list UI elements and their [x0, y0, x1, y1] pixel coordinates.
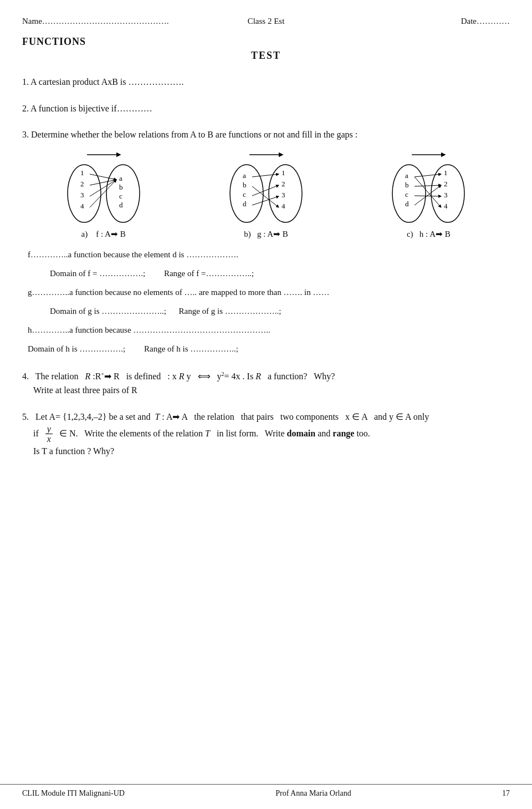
footer-center: Prof Anna Maria Orland: [275, 789, 351, 798]
svg-point-31: [392, 165, 426, 222]
q4-text: 4. The relation R :R+➡ R is defined : x …: [22, 369, 510, 384]
title-test: TEST: [22, 50, 510, 62]
g-answer: g…………..a function because no elements of…: [28, 284, 510, 301]
footer-right: 17: [502, 789, 510, 798]
svg-text:2: 2: [444, 180, 448, 188]
header: Name………………………………………. Class 2 Est Date…………: [22, 17, 510, 26]
svg-point-17: [269, 165, 302, 222]
question-4: 4. The relation R :R+➡ R is defined : x …: [22, 369, 510, 398]
svg-text:a: a: [119, 174, 122, 182]
svg-text:b: b: [405, 181, 409, 189]
svg-text:b: b: [119, 183, 123, 191]
svg-text:c: c: [119, 192, 122, 200]
question-2: 2. A function is bijective if…………: [22, 101, 510, 116]
svg-text:2: 2: [282, 180, 285, 188]
svg-line-45: [415, 185, 441, 205]
header-date: Date…………: [347, 17, 510, 26]
svg-text:3: 3: [80, 191, 84, 199]
svg-point-1: [68, 165, 101, 222]
q5-line1: 5. Let A= {1,2,3,4,–2} be a set and T : …: [22, 410, 510, 424]
svg-text:3: 3: [444, 191, 448, 199]
svg-point-32: [431, 165, 464, 222]
footer: CLIL Module ITI Malignani-UD Prof Anna M…: [0, 784, 532, 798]
svg-line-29: [252, 196, 279, 205]
q4-write: Write at least three pairs of R: [33, 383, 510, 398]
svg-text:d: d: [243, 200, 247, 208]
svg-text:4: 4: [80, 202, 84, 210]
svg-text:1: 1: [444, 169, 448, 177]
diagram-a: 1 2 3 4 a b c d a) f : A➡ B: [59, 152, 148, 241]
svg-line-44: [415, 196, 441, 196]
domain-h: Domain of h is …………….; Range of h is …………: [28, 340, 510, 357]
footer-left: CLIL Module ITI Malignani-UD: [22, 789, 125, 798]
diagram-c: a b c d 1 2 3 4 c) h : A➡ B: [384, 152, 473, 241]
svg-text:4: 4: [444, 202, 448, 210]
title-functions: FUNCTIONS: [22, 36, 510, 48]
diagram-b-svg: a b c d 1 2 3 4: [222, 152, 310, 224]
diagram-a-label: a) f : A➡ B: [81, 227, 126, 241]
svg-text:c: c: [405, 190, 408, 199]
domain-g: Domain of g is …………………..; Range of g is …: [50, 303, 510, 319]
svg-text:1: 1: [80, 169, 84, 177]
svg-text:2: 2: [80, 180, 84, 188]
question-3: 3. Determine whether the below relations…: [22, 128, 510, 357]
q5-line2: if y x ∈ N. Write the elements of the re…: [33, 424, 510, 444]
svg-text:d: d: [119, 201, 123, 209]
svg-line-43: [415, 185, 441, 186]
svg-text:a: a: [243, 171, 246, 180]
q5-isT: Is T a function ? Why?: [33, 444, 510, 459]
question-1: 1. A cartesian product AxB is ……………….: [22, 75, 510, 89]
svg-text:4: 4: [282, 202, 285, 210]
svg-line-11: [90, 174, 116, 180]
q1-text: 1. A cartesian product AxB is ……………….: [22, 77, 184, 87]
svg-text:c: c: [243, 190, 246, 199]
domain-f: Domain of f = …………….; Range of f =…………….…: [50, 265, 510, 282]
svg-point-2: [106, 165, 140, 222]
header-class: Class 2 Est: [185, 17, 347, 26]
f-answer: f…………..a function because the element d …: [28, 246, 510, 263]
svg-text:3: 3: [282, 191, 285, 199]
diagram-b: a b c d 1 2 3 4 b) g : A➡ B: [222, 152, 310, 241]
svg-line-27: [252, 186, 279, 207]
diagram-c-label: c) h : A➡ B: [407, 227, 451, 241]
svg-text:a: a: [405, 171, 408, 180]
svg-line-26: [252, 174, 279, 177]
diagram-a-svg: 1 2 3 4 a b c d: [59, 152, 148, 224]
answers-block: f…………..a function because the element d …: [28, 246, 510, 357]
svg-text:b: b: [243, 181, 247, 189]
svg-line-28: [252, 185, 279, 196]
svg-line-41: [415, 174, 441, 177]
header-name: Name……………………………………….: [22, 17, 185, 26]
q3-text: 3. Determine whether the below relations…: [22, 130, 357, 139]
q2-text: 2. A function is bijective if…………: [22, 104, 152, 113]
svg-line-42: [415, 177, 441, 207]
question-5: 5. Let A= {1,2,3,4,–2} be a set and T : …: [22, 410, 510, 458]
diagram-b-label: b) g : A➡ B: [244, 227, 288, 241]
h-answer: h…………..a function because ………………………………………: [28, 322, 510, 338]
svg-text:d: d: [405, 200, 409, 208]
diagram-c-svg: a b c d 1 2 3 4: [384, 152, 473, 224]
diagrams-row: 1 2 3 4 a b c d a) f : A➡ B: [22, 152, 510, 241]
svg-text:1: 1: [282, 169, 285, 177]
